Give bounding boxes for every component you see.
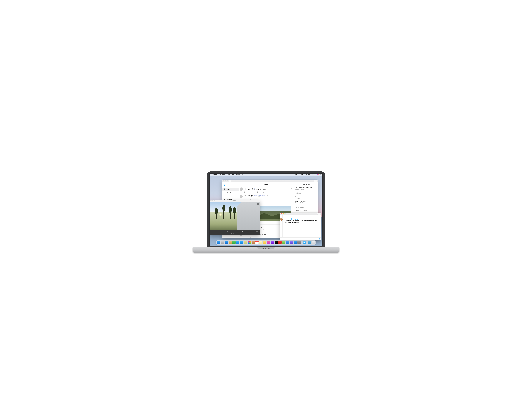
sparkle-icon[interactable] (290, 183, 292, 185)
dock-app-facetime[interactable] (236, 241, 239, 244)
menubar-item[interactable]: Edit (222, 174, 225, 175)
menubar-item[interactable]: File (219, 174, 221, 175)
window-titlebar[interactable]: Twitter (209, 200, 260, 202)
dock-app-podcasts[interactable] (271, 241, 274, 244)
reply-input[interactable]: Tweet your reply (223, 233, 246, 235)
dock-app-photos[interactable] (248, 241, 251, 244)
sidebar-item-home[interactable]: Home (222, 187, 239, 191)
trend-item[interactable]: #WarriorsForTheWinTrending with NBA (293, 200, 318, 204)
dock-app-twitter[interactable] (303, 241, 306, 244)
dock-app-imovie[interactable] (290, 241, 293, 244)
dock-app-notes[interactable] (259, 241, 262, 244)
compose-window: Replying to @coach_im_ready Wow, this is… (280, 212, 321, 240)
svg-text:GIF: GIF (284, 238, 285, 239)
retweet-icon[interactable] (250, 191, 252, 193)
dock-app-reminders[interactable] (252, 241, 255, 244)
menubar-item[interactable]: Window (236, 174, 240, 175)
attach-gif-icon[interactable]: GIF (284, 238, 286, 240)
more-options-icon[interactable]: ••• (257, 203, 259, 205)
traffic-minimize[interactable] (283, 213, 284, 214)
trend-item[interactable]: NBA Eastern Conference FinalsBucks vs Ra… (293, 186, 318, 191)
share-icon[interactable] (263, 199, 265, 200)
more-compose-icon[interactable]: ••• (287, 238, 289, 240)
traffic-zoom[interactable] (227, 180, 228, 182)
notification-center-icon[interactable] (320, 174, 322, 175)
dock-app-downloads[interactable] (308, 241, 311, 244)
trend-item[interactable]: #HairForceOne24.4K Tweets (293, 195, 318, 200)
tweet-handle[interactable]: @allmemes_allday (254, 195, 265, 196)
like-icon[interactable] (241, 231, 243, 232)
window-title: Twitter (209, 200, 260, 201)
dock-app-trash[interactable] (312, 241, 315, 244)
like-icon[interactable] (257, 236, 258, 238)
dock-app-launchpad[interactable] (221, 241, 224, 244)
share-icon[interactable] (263, 191, 265, 193)
traffic-zoom[interactable] (285, 213, 285, 214)
traffic-close[interactable] (223, 180, 224, 182)
traffic-close[interactable] (281, 213, 282, 214)
like-icon[interactable] (257, 191, 258, 193)
dock-app-messages[interactable] (240, 241, 243, 244)
dock-app-contacts[interactable] (232, 241, 235, 244)
menubar-item[interactable]: View (232, 174, 234, 175)
share-icon[interactable] (263, 222, 265, 223)
compose-textarea[interactable]: Wow, this is incredible. We need to plan… (285, 220, 319, 223)
tweet[interactable]: Virginia Rafferty@hoopdreams4ever·1m⌄Wha… (239, 187, 293, 194)
window-titlebar[interactable] (280, 212, 321, 215)
wifi-icon[interactable] (295, 174, 297, 175)
traffic-minimize[interactable] (225, 180, 226, 182)
menubar-app-name[interactable]: Twitter (213, 174, 217, 175)
trend-item[interactable]: Salt JuiceTrending with Health (293, 204, 318, 209)
dock-app-news[interactable] (278, 241, 282, 244)
reply-icon[interactable] (244, 236, 245, 238)
reply-icon[interactable] (212, 231, 213, 232)
sidebar-item-notifications[interactable]: Notifications (222, 194, 239, 198)
retweet-icon[interactable] (227, 231, 228, 232)
menubar-item[interactable]: Help (242, 174, 245, 175)
chevron-down-icon[interactable]: ⌄ (291, 188, 292, 189)
dock-app-tv[interactable] (274, 241, 278, 244)
avatar[interactable] (239, 187, 243, 191)
dock-app-numbers[interactable] (282, 241, 285, 244)
traffic-zoom[interactable] (214, 200, 215, 201)
chevron-down-icon[interactable]: ⌄ (291, 195, 292, 196)
dock-app-music[interactable] (267, 241, 270, 244)
traffic-close[interactable] (210, 200, 211, 201)
attach-image-icon[interactable] (281, 238, 283, 240)
dock-app-safari[interactable] (225, 241, 228, 244)
retweet-icon[interactable] (250, 236, 252, 238)
dock-app-preferences[interactable] (298, 241, 301, 244)
menubar-item[interactable]: Format (226, 174, 230, 175)
menubar-clock[interactable]: Mon 9:41 AM (305, 174, 313, 175)
dock-app-finder[interactable] (217, 241, 220, 244)
tweet-handle[interactable]: @hoopdreams4ever (254, 187, 265, 189)
tweet-image[interactable]: ••• (209, 202, 260, 230)
detail-footer: Tweet your reply (209, 230, 260, 235)
twitter-logo-icon[interactable] (222, 183, 239, 187)
share-icon[interactable] (256, 231, 258, 232)
dock-app-mail[interactable] (229, 241, 232, 244)
traffic-minimize[interactable] (212, 200, 213, 201)
trend-item[interactable]: #NBAFinals54K Tweets (293, 191, 318, 195)
apple-menu-icon[interactable] (210, 174, 212, 175)
send-tweet-button[interactable] (317, 213, 320, 215)
share-icon[interactable] (263, 236, 265, 238)
reply-icon[interactable] (244, 191, 245, 193)
share-icon[interactable] (263, 229, 265, 231)
dock-app-appstore[interactable] (294, 241, 297, 244)
battery-icon[interactable] (301, 174, 304, 175)
dock-app-maps[interactable] (244, 241, 247, 244)
spotlight-icon[interactable] (314, 174, 315, 175)
airplay-icon[interactable] (298, 174, 300, 175)
chevron-down-icon[interactable]: ⌄ (291, 202, 292, 203)
replying-handle[interactable]: @coach_im_ready (291, 218, 300, 220)
siri-icon[interactable] (317, 174, 319, 175)
sidebar-item-explore[interactable]: Explore (222, 191, 239, 194)
dock-app-keynote[interactable] (286, 241, 289, 244)
compose-button[interactable] (314, 180, 317, 182)
dock-app-pages[interactable] (263, 241, 266, 244)
back-button[interactable] (229, 180, 231, 182)
window-titlebar[interactable] (222, 180, 318, 182)
avatar[interactable] (239, 195, 243, 198)
dock-app-calendar[interactable]: 3 (255, 241, 259, 244)
